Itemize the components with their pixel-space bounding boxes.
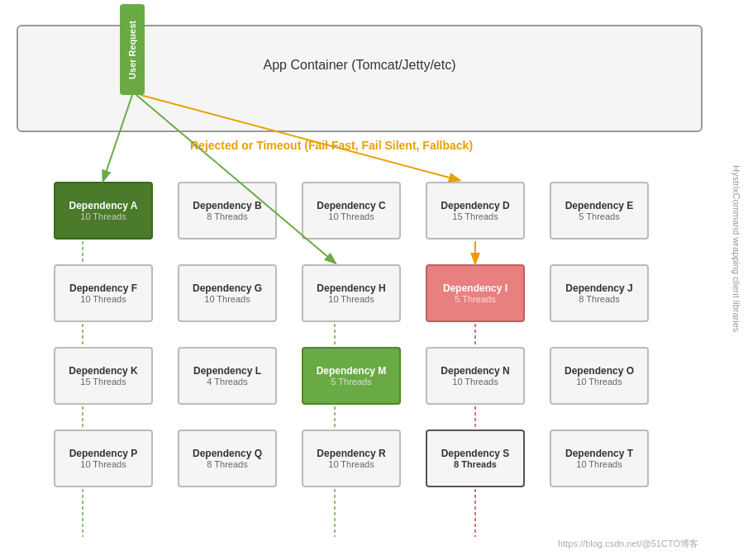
- dep-a-name: Dependency A: [69, 200, 138, 211]
- dep-i-threads: 5 Threads: [455, 294, 495, 304]
- dep-o-name: Dependency O: [565, 365, 634, 377]
- dep-g-name: Dependency G: [193, 282, 262, 294]
- dep-l-threads: 4 Threads: [207, 377, 247, 387]
- dep-box-f: Dependency F 10 Threads: [54, 264, 153, 322]
- dep-box-i: Dependency I 5 Threads: [426, 264, 525, 322]
- dep-s-name: Dependency S: [441, 448, 510, 459]
- dep-box-m: Dependency M 5 Threads: [302, 347, 401, 405]
- dep-box-k: Dependency K 15 Threads: [54, 347, 153, 405]
- dep-k-name: Dependency K: [69, 365, 137, 377]
- dep-r-name: Dependency R: [317, 448, 385, 459]
- dep-n-threads: 10 Threads: [452, 377, 498, 387]
- dep-l-name: Dependency L: [193, 365, 261, 377]
- main-container: App Container (Tomcat/Jetty/etc) User Re…: [0, 0, 748, 560]
- dep-m-name: Dependency M: [317, 365, 387, 377]
- app-container-label: App Container (Tomcat/Jetty/etc): [264, 58, 456, 73]
- dep-box-l: Dependency L 4 Threads: [178, 347, 277, 405]
- dep-d-threads: 15 Threads: [452, 211, 498, 221]
- dep-i-name: Dependency I: [443, 282, 507, 294]
- dep-box-c: Dependency C 10 Threads: [302, 182, 401, 240]
- dep-box-a: Dependency A 10 Threads: [54, 182, 153, 240]
- dep-box-n: Dependency N 10 Threads: [426, 347, 525, 405]
- dep-n-name: Dependency N: [441, 365, 509, 377]
- dep-h-threads: 10 Threads: [328, 294, 374, 304]
- rejected-label: Rejected or Timeout (Fail Fast, Fail Sil…: [190, 139, 473, 152]
- dep-box-p: Dependency P 10 Threads: [54, 429, 153, 487]
- dep-p-name: Dependency P: [69, 448, 138, 459]
- dep-j-name: Dependency J: [565, 282, 632, 294]
- dep-h-name: Dependency H: [317, 282, 385, 294]
- dep-c-name: Dependency C: [317, 200, 385, 211]
- dep-f-threads: 10 Threads: [80, 294, 126, 304]
- dep-f-name: Dependency F: [69, 282, 137, 294]
- dep-box-t: Dependency T 10 Threads: [550, 429, 649, 487]
- dep-b-name: Dependency B: [193, 200, 261, 211]
- dep-a-threads: 10 Threads: [80, 211, 126, 221]
- dep-k-threads: 15 Threads: [80, 377, 126, 387]
- dep-box-b: Dependency B 8 Threads: [178, 182, 277, 240]
- dep-box-h: Dependency H 10 Threads: [302, 264, 401, 322]
- dep-e-name: Dependency E: [565, 200, 634, 211]
- dep-j-threads: 8 Threads: [579, 294, 619, 304]
- dep-m-threads: 5 Threads: [331, 377, 371, 387]
- dep-d-name: Dependency D: [441, 200, 509, 211]
- dep-box-o: Dependency O 10 Threads: [550, 347, 649, 405]
- dep-q-name: Dependency Q: [193, 448, 262, 459]
- hystrix-label: HystrixCommand wrapping client libraries: [731, 165, 741, 332]
- dep-box-g: Dependency G 10 Threads: [178, 264, 277, 322]
- watermark: https://blog.csdn.net/@51CTO博客: [558, 538, 698, 550]
- dep-c-threads: 10 Threads: [328, 211, 374, 221]
- dep-box-e: Dependency E 5 Threads: [550, 182, 649, 240]
- user-request-badge: User Request: [120, 4, 145, 95]
- dep-t-threads: 10 Threads: [576, 459, 622, 469]
- dep-e-threads: 5 Threads: [579, 211, 619, 221]
- dep-box-d: Dependency D 15 Threads: [426, 182, 525, 240]
- dep-t-name: Dependency T: [565, 448, 633, 459]
- dep-box-s: Dependency S 8 Threads: [426, 429, 525, 487]
- dep-b-threads: 8 Threads: [207, 211, 247, 221]
- dep-o-threads: 10 Threads: [576, 377, 622, 387]
- user-request-label: User Request: [127, 21, 137, 79]
- dep-s-threads: 8 Threads: [454, 459, 497, 469]
- dep-box-r: Dependency R 10 Threads: [302, 429, 401, 487]
- dep-box-j: Dependency J 8 Threads: [550, 264, 649, 322]
- dep-r-threads: 10 Threads: [328, 459, 374, 469]
- dep-q-threads: 8 Threads: [207, 459, 247, 469]
- dep-p-threads: 10 Threads: [80, 459, 126, 469]
- dep-g-threads: 10 Threads: [204, 294, 250, 304]
- dep-box-q: Dependency Q 8 Threads: [178, 429, 277, 487]
